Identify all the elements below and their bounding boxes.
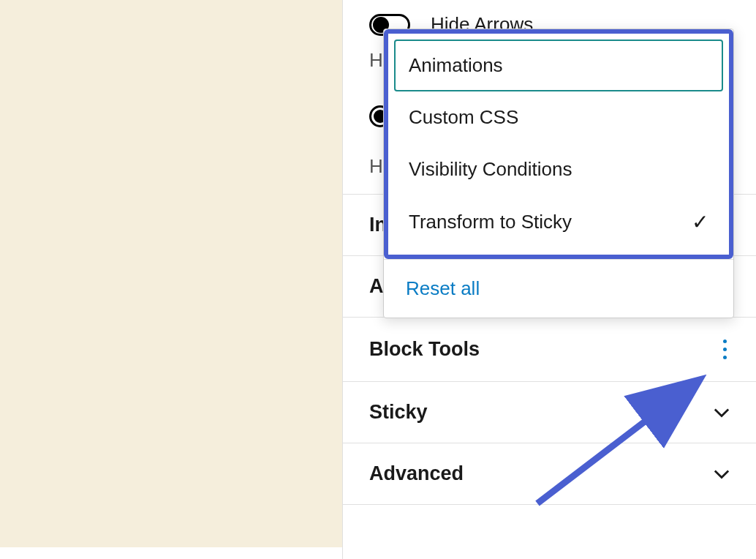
chevron-down-icon (714, 405, 730, 421)
reset-all-button[interactable]: Reset all (384, 260, 733, 318)
more-options-icon[interactable] (720, 337, 730, 362)
panel-sticky[interactable]: Sticky (343, 381, 756, 443)
menu-item-label: Custom CSS (409, 106, 518, 129)
block-tools-popover: Animations Custom CSS Visibility Conditi… (383, 29, 734, 318)
panel-a-title: A (369, 275, 384, 298)
reset-all-label: Reset all (406, 277, 480, 299)
popover-highlight-box: Animations Custom CSS Visibility Conditi… (384, 29, 733, 259)
menu-item-label: Visibility Conditions (409, 158, 572, 181)
panel-sticky-title: Sticky (369, 401, 428, 424)
menu-item-label: Transform to Sticky (409, 211, 572, 233)
menu-item-visibility[interactable]: Visibility Conditions (394, 143, 723, 195)
chevron-down-icon (714, 466, 730, 482)
check-icon: ✓ (692, 210, 708, 234)
menu-item-custom-css[interactable]: Custom CSS (394, 91, 723, 143)
panel-advanced-title: Advanced (369, 462, 464, 485)
menu-item-animations[interactable]: Animations (394, 40, 723, 91)
editor-canvas[interactable] (0, 0, 342, 547)
menu-item-label: Animations (409, 54, 503, 77)
panel-block-tools-title: Block Tools (369, 338, 480, 361)
panel-block-tools[interactable]: Block Tools (343, 317, 756, 381)
panel-advanced[interactable]: Advanced (343, 443, 756, 505)
menu-item-transform-sticky[interactable]: Transform to Sticky ✓ (394, 195, 723, 249)
